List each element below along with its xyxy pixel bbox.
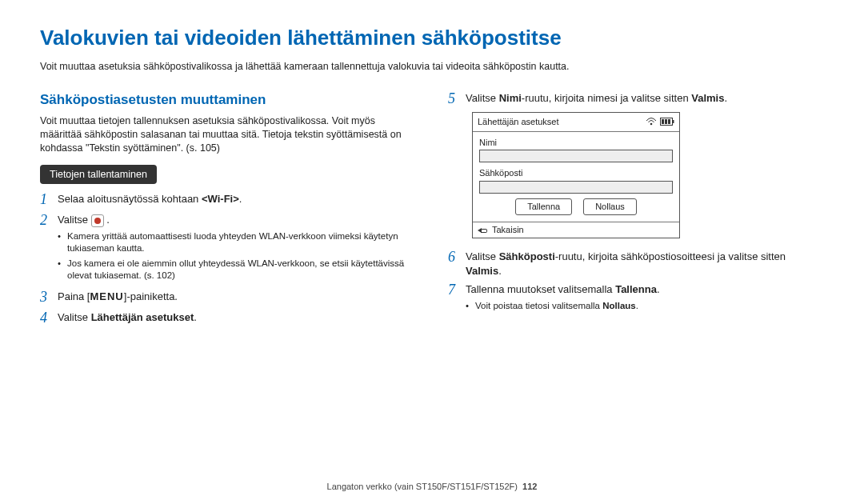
step-bold: Tallenna: [615, 283, 657, 295]
name-input[interactable]: [479, 150, 673, 162]
step-number: 6: [448, 250, 466, 266]
sub-bullet: Jos kamera ei ole aiemmin ollut yhteydes…: [58, 258, 416, 282]
left-column: Sähköpostiasetusten muuttaminen Voit muu…: [40, 91, 416, 330]
step-text: Valitse: [466, 250, 499, 262]
svg-rect-5: [673, 120, 674, 123]
battery-icon: [660, 118, 674, 126]
step-5: 5 Valitse Nimi-ruutu, kirjoita nimesi ja…: [448, 91, 824, 107]
step-text: -ruutu, kirjoita sähköpostiosoitteesi ja…: [555, 250, 786, 262]
step-number: 4: [40, 310, 58, 326]
two-column-layout: Sähköpostiasetusten muuttaminen Voit muu…: [40, 91, 824, 330]
step-text: .: [104, 214, 110, 226]
step-text: ]-painiketta.: [124, 290, 178, 302]
step-number: 7: [448, 282, 466, 298]
page-footer: Langaton verkko (vain ST150F/ST151F/ST15…: [0, 481, 864, 493]
step-text: .: [498, 265, 502, 277]
step-text: .: [657, 283, 660, 295]
email-input[interactable]: [479, 181, 673, 194]
step-bold: Nimi: [499, 92, 522, 104]
step-text: .: [194, 311, 197, 323]
step-3: 3 Paina [MENU]-painiketta.: [40, 290, 416, 306]
step-number: 1: [40, 192, 58, 208]
back-icon[interactable]: [478, 226, 487, 234]
device-title: Lähettäjän asetukset: [478, 116, 559, 128]
device-footer: Takaisin: [473, 222, 679, 238]
step-text: .: [724, 92, 727, 104]
wifi-icon: [646, 118, 657, 126]
step-text: Tallenna muutokset valitsemalla: [466, 283, 615, 295]
reset-button[interactable]: Nollaus: [583, 198, 637, 215]
page-title: Valokuvien tai videoiden lähettäminen sä…: [40, 24, 824, 52]
svg-rect-2: [662, 119, 664, 124]
step-text: -ruutu, kirjoita nimesi ja valitse sitte…: [522, 92, 691, 104]
step-bold: Valmis: [466, 265, 498, 277]
back-label[interactable]: Takaisin: [492, 224, 524, 236]
svg-point-0: [650, 123, 653, 126]
step-number: 5: [448, 91, 466, 107]
step-text: Selaa aloitusnäytössä kohtaan: [58, 193, 202, 205]
device-field-label: Sähköposti: [479, 167, 673, 179]
step-text: Valitse: [58, 214, 91, 226]
footer-text: Langaton verkko (vain ST150F/ST151F/ST15…: [327, 482, 518, 491]
section-desc: Voit muuttaa tietojen tallennuksen asetu…: [40, 114, 416, 155]
step-7: 7 Tallenna muutokset valitsemalla Tallen…: [448, 282, 824, 314]
step-4: 4 Valitse Lähettäjän asetukset.: [40, 310, 416, 326]
svg-rect-3: [665, 119, 667, 124]
step-bold: Valmis: [691, 92, 724, 104]
save-button[interactable]: Tallenna: [515, 198, 572, 215]
step-6: 6 Valitse Sähköposti-ruutu, kirjoita säh…: [448, 250, 824, 278]
step-2: 2 Valitse . Kamera yrittää automaattises…: [40, 213, 416, 285]
status-icons: [646, 118, 674, 126]
section-heading: Sähköpostiasetusten muuttaminen: [40, 91, 416, 110]
bullet-bold: Nollaus: [602, 301, 636, 310]
right-column: 5 Valitse Nimi-ruutu, kirjoita nimesi ja…: [448, 91, 824, 330]
step-text: Valitse: [58, 311, 91, 323]
page-number: 112: [522, 482, 537, 491]
device-body: Nimi Sähköposti Tallenna Nollaus: [473, 132, 679, 222]
svg-rect-4: [668, 119, 670, 124]
bullet-text: Voit poistaa tietosi valitsemalla: [475, 301, 602, 310]
step-bold: Sähköposti: [499, 250, 555, 262]
step-bold: <Wi-Fi>: [202, 193, 239, 205]
device-screenshot: Lähettäjän asetukset Nimi Sähköposti Tal…: [472, 112, 680, 238]
step-text: .: [239, 193, 242, 205]
device-header: Lähettäjän asetukset: [473, 113, 679, 132]
sub-bullet: Kamera yrittää automaattisesti luoda yht…: [58, 230, 416, 255]
device-field-label: Nimi: [479, 137, 673, 149]
step-text: Valitse: [466, 92, 499, 104]
step-bold: Lähettäjän asetukset: [91, 311, 194, 323]
step-number: 2: [40, 213, 58, 229]
step-1: 1 Selaa aloitusnäytössä kohtaan <Wi-Fi>.: [40, 192, 416, 208]
step-number: 3: [40, 290, 58, 306]
step-text: Paina [: [58, 290, 90, 302]
bullet-text: .: [636, 301, 638, 310]
topic-pill: Tietojen tallentaminen: [40, 165, 157, 185]
intro-text: Voit muuttaa asetuksia sähköpostivalikos…: [40, 60, 824, 74]
menu-key: MENU: [90, 290, 123, 302]
email-icon: [91, 214, 104, 227]
sub-bullet: Voit poistaa tietosi valitsemalla Nollau…: [466, 300, 824, 313]
